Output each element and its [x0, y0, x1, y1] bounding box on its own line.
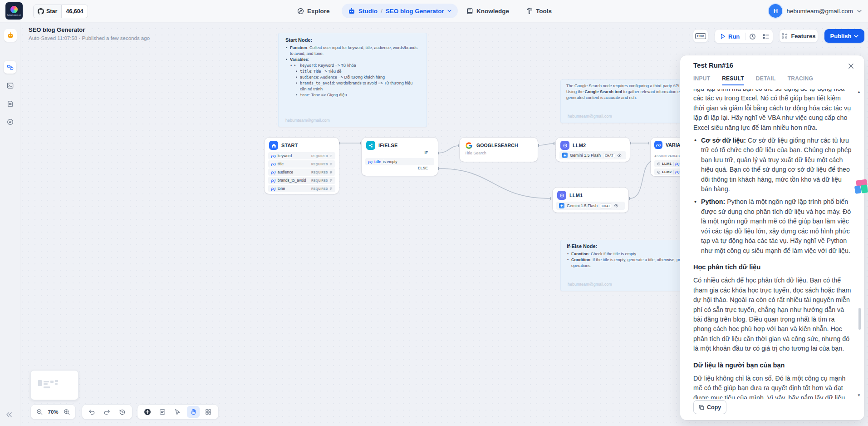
start-field-brands-to-avoid: {x}brands_to_avoidREQUIRED [268, 177, 335, 184]
nav-explore[interactable]: Explore [297, 4, 330, 18]
zoom-out-button[interactable] [34, 406, 45, 418]
organize-nodes-button[interactable] [202, 406, 215, 418]
panel-scrollbar-thumb[interactable] [858, 308, 861, 330]
node-start[interactable]: START {x}keywordREQUIRED {x}titleREQUIRE… [265, 138, 339, 194]
nav-tools[interactable]: Tools [526, 4, 552, 18]
canvas-tools [137, 404, 219, 420]
undo-button[interactable] [86, 406, 98, 418]
compass-icon [7, 119, 14, 125]
start-field-tone: {x}toneREQUIRED [268, 185, 335, 192]
minimap-shape [55, 380, 58, 382]
breadcrumb-separator: / [381, 8, 383, 15]
terminal-icon [7, 82, 14, 89]
add-node-icon [144, 408, 151, 416]
publish-button[interactable]: Publish [824, 29, 864, 43]
sidebar-item-logs[interactable] [4, 97, 16, 110]
nav-knowledge[interactable]: Knowledge [466, 4, 509, 18]
redo-icon [103, 409, 110, 415]
scroll-up-arrow[interactable]: ▲ [857, 90, 861, 94]
add-note-icon [159, 409, 166, 415]
start-field-audience: {x}audienceREQUIRED [268, 168, 335, 176]
assistant-sticker[interactable] [855, 180, 868, 197]
github-icon [38, 8, 44, 15]
node-title: LLM1 [569, 193, 583, 198]
logo-mark [10, 6, 18, 13]
panel-title: Test Run#16 [693, 61, 733, 69]
node-title: GOOGLESEARCH [476, 143, 518, 148]
nav-studio-breadcrumb[interactable]: Studio / SEO blog Generator [342, 4, 458, 18]
zoom-in-button[interactable] [61, 406, 73, 418]
run-toolbar: Run [715, 29, 773, 44]
breadcrumb-app-name: SEO blog Generator [386, 8, 444, 15]
llm-icon [557, 191, 566, 200]
sidebar-item-api-access[interactable] [4, 79, 16, 92]
scroll-down-arrow[interactable]: ▼ [857, 393, 861, 397]
undo-icon [88, 409, 95, 415]
sidebar-item-orchestrate[interactable] [4, 61, 16, 74]
add-note-button[interactable] [156, 406, 169, 418]
pointer-mode-button[interactable] [172, 406, 184, 418]
run-button[interactable]: Run [715, 30, 745, 43]
else-branch-label: ELSE [418, 166, 428, 170]
account-menu[interactable]: H hebumteam@gmail.com [769, 4, 862, 18]
zoom-level[interactable]: 70% [46, 409, 60, 415]
star-label: Star [46, 8, 57, 15]
close-panel-button[interactable] [847, 62, 855, 70]
history-toolbar [82, 404, 132, 420]
features-button[interactable]: Features [779, 29, 818, 43]
eye-icon [614, 203, 618, 208]
node-llm2[interactable]: LLM2 Gemini 1.5 Flash CHAT [556, 138, 630, 162]
view-history-button[interactable] [116, 406, 128, 418]
github-star-widget[interactable]: Star 46,604 [33, 5, 88, 18]
checklist-icon [763, 33, 770, 40]
result-heading: Dữ liệu là người bạn của bạn [693, 361, 853, 370]
node-if-else[interactable]: IF/ELSE IF (x) title is empty ELSE [362, 138, 438, 176]
result-paragraph: Dữ liệu không chỉ là con số. Đó là một c… [693, 374, 853, 399]
run-history-button[interactable] [745, 30, 759, 43]
note-start-node[interactable]: Start Node: Function: Collect user input… [278, 33, 427, 127]
home-icon [269, 141, 278, 150]
collapse-sidebar-button[interactable] [5, 411, 13, 420]
result-bullet: Cơ sở dữ liệu: Cơ sở dữ liệu giống như c… [693, 136, 853, 194]
add-node-button[interactable] [141, 406, 154, 418]
node-subtitle: Title Search [460, 151, 538, 155]
book-icon [466, 8, 473, 15]
minimap-shape [44, 386, 50, 388]
node-title: START [281, 143, 298, 148]
zoom-in-icon [64, 409, 70, 415]
branch-icon [366, 141, 375, 150]
hammer-icon [526, 8, 533, 15]
chevron-down-icon [447, 10, 451, 12]
organize-icon [205, 409, 211, 415]
copy-button[interactable]: Copy [693, 400, 726, 414]
zoom-out-icon [36, 409, 43, 415]
hand-mode-button[interactable] [187, 406, 200, 418]
node-google-search[interactable]: GOOGLESEARCH Title Search [460, 138, 538, 162]
close-icon [848, 63, 854, 69]
zoom-toolbar: 70% [30, 404, 76, 420]
minimap[interactable] [30, 370, 78, 400]
paragraph-icon [329, 187, 333, 190]
test-run-panel: Test Run#16 INPUT RESULT DETAIL TRACING … [680, 55, 864, 420]
chevron-down-icon [854, 35, 858, 38]
sticker-green [861, 184, 868, 193]
tab-result[interactable]: RESULT [722, 75, 744, 85]
redo-button[interactable] [101, 406, 113, 418]
app-avatar[interactable] [4, 29, 17, 42]
minimap-shape [55, 383, 58, 385]
node-llm1[interactable]: LLM1 Gemini 1.5 Flash CHAT [553, 188, 628, 213]
play-icon [721, 34, 726, 39]
workspace-logo[interactable]: hebum.com.vn [5, 2, 23, 20]
short-text-icon [329, 163, 333, 166]
tab-detail[interactable]: DETAIL [756, 75, 776, 85]
env-button[interactable]: ENV [693, 29, 708, 43]
tab-input[interactable]: INPUT [693, 75, 710, 85]
hand-icon [190, 409, 196, 415]
tab-tracing[interactable]: TRACING [788, 75, 813, 85]
sidebar-item-monitoring[interactable] [4, 115, 16, 128]
google-icon [464, 141, 473, 150]
robot-app-icon [7, 32, 14, 39]
panel-tabs: INPUT RESULT DETAIL TRACING [693, 75, 813, 85]
checklist-button[interactable] [759, 30, 773, 43]
note-watermark: hebumteam@gmail.com [285, 118, 330, 123]
